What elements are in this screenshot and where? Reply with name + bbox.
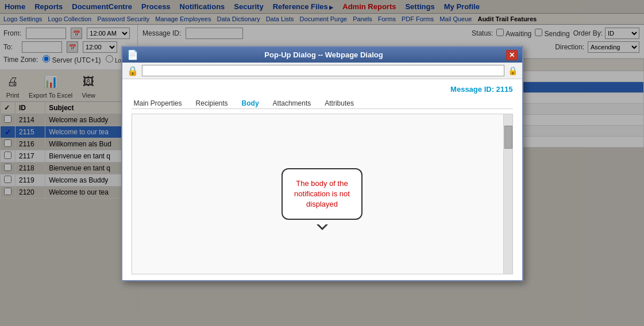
address-input[interactable]: https://onboarding12.successfactors.com/…	[142, 65, 504, 76]
tab-recipients[interactable]: Recipients	[194, 98, 230, 108]
dialog-scrollbar[interactable]	[503, 114, 512, 274]
lock-icon: 🔒	[508, 66, 518, 75]
bubble-text: The body of the notification is not disp…	[294, 179, 350, 208]
dialog-address-bar: 🔒 https://onboarding12.successfactors.co…	[122, 63, 522, 79]
dialog-content-area: The body of the notification is not disp…	[132, 114, 513, 274]
dialog-tabs: Main Properties Recipients Body Attachme…	[132, 98, 513, 109]
address-icon: 🔒	[127, 65, 138, 76]
dialog-title: Pop-Up Dialog -- Webpage Dialog	[142, 51, 506, 59]
tab-body[interactable]: Body	[240, 98, 261, 108]
tab-attributes[interactable]: Attributes	[322, 98, 356, 108]
tab-main-properties[interactable]: Main Properties	[132, 98, 184, 108]
scroll-thumb	[504, 126, 512, 149]
dialog-page-icon: 📄	[127, 49, 138, 60]
dialog-window: 📄 Pop-Up Dialog -- Webpage Dialog ✕ 🔒 ht…	[121, 46, 523, 281]
dialog-close-button[interactable]: ✕	[506, 50, 518, 60]
message-id-display: Message ID: 2115	[132, 85, 513, 94]
dialog-overlay: 📄 Pop-Up Dialog -- Webpage Dialog ✕ 🔒 ht…	[0, 0, 644, 316]
dialog-titlebar: 📄 Pop-Up Dialog -- Webpage Dialog ✕	[122, 47, 522, 63]
speech-bubble: The body of the notification is not disp…	[281, 168, 363, 220]
tab-attachments[interactable]: Attachments	[271, 98, 314, 108]
dialog-body: Message ID: 2115 Main Properties Recipie…	[122, 79, 522, 280]
